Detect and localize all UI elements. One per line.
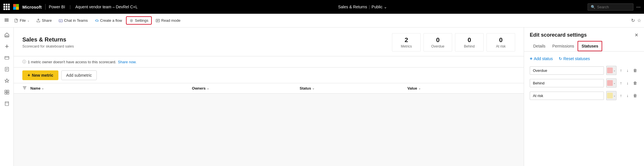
stat-overdue-label: Overdue	[430, 44, 446, 48]
column-header-status[interactable]: Status ⌄	[300, 86, 407, 90]
svg-rect-7	[6, 35, 8, 37]
top-nav: Microsoft Power BI | Aquent vendor team …	[0, 0, 644, 14]
column-header-value[interactable]: Value ⌄	[407, 86, 515, 90]
read-mode-label: Read mode	[161, 18, 180, 23]
stat-at-risk-value: 0	[493, 36, 509, 44]
new-metric-label: New metric	[32, 73, 53, 78]
status-behind-input[interactable]	[530, 79, 604, 87]
main-content: Sales & Returns Scorecard for skateboard…	[14, 27, 524, 166]
read-mode-icon	[156, 19, 160, 23]
stat-metrics: 2 Metrics	[392, 33, 421, 52]
reset-statuses-button[interactable]: ↻ Reset statuses	[559, 56, 590, 61]
right-panel-title: Edit scorecard settings	[530, 32, 587, 38]
sidebar-item-report[interactable]	[2, 64, 12, 74]
at-risk-color-button[interactable]: ⌄	[606, 91, 617, 100]
behind-color-button[interactable]: ⌄	[606, 78, 617, 88]
share-label: Share	[42, 18, 52, 23]
waffle-menu[interactable]	[3, 4, 10, 10]
nav-right: 🔍 ···	[588, 3, 641, 11]
at-risk-move-down-button[interactable]: ↓	[625, 92, 630, 99]
search-icon: 🔍	[591, 5, 595, 9]
stat-behind-value: 0	[461, 36, 478, 44]
stat-behind: 0 Behind	[455, 33, 484, 52]
svg-rect-3	[15, 19, 17, 22]
tab-permissions[interactable]: Permissions	[549, 41, 578, 51]
sidebar-item-book[interactable]	[2, 98, 12, 109]
overdue-move-down-button[interactable]: ↓	[625, 67, 630, 74]
more-options-button[interactable]: ···	[636, 4, 641, 10]
main-layout: Sales & Returns Scorecard for skateboard…	[0, 27, 644, 166]
search-input[interactable]	[597, 5, 626, 9]
tab-statuses[interactable]: Statuses	[578, 41, 602, 51]
add-status-button[interactable]: + Add status	[530, 56, 553, 61]
status-row-at-risk: ⌄ ↑ ↓ 🗑	[530, 91, 638, 100]
refresh-icon[interactable]: ↻	[631, 18, 635, 23]
add-status-label: Add status	[534, 56, 553, 61]
chat-in-teams-label: Chat in Teams	[64, 18, 88, 23]
file-button[interactable]: File ⌄	[11, 17, 32, 24]
overdue-color-button[interactable]: ⌄	[606, 66, 617, 75]
read-mode-button[interactable]: Read mode	[153, 17, 183, 24]
search-box[interactable]: 🔍	[588, 3, 633, 11]
add-submetric-button[interactable]: Add submetric	[61, 70, 96, 80]
at-risk-delete-button[interactable]: 🗑	[632, 92, 638, 99]
add-submetric-label: Add submetric	[66, 73, 92, 78]
sidebar-toggle-button[interactable]	[3, 16, 10, 25]
scorecard-stats: 2 Metrics 0 Overdue 0 Behind 0 At risk	[389, 33, 515, 52]
stat-at-risk-label: At risk	[493, 44, 509, 48]
info-message: 1 metric owner doesn't have access to th…	[28, 60, 116, 64]
status-overdue-input[interactable]	[530, 66, 604, 75]
favorite-icon[interactable]: ☆	[637, 18, 641, 23]
status-row-overdue: ⌄ ↑ ↓ 🗑	[530, 66, 638, 75]
behind-move-up-button[interactable]: ↑	[619, 80, 623, 86]
visibility-button[interactable]: Public ⌄	[372, 5, 387, 9]
create-a-flow-button[interactable]: Create a flow	[92, 17, 125, 24]
close-panel-button[interactable]: ✕	[635, 32, 638, 38]
chat-in-teams-button[interactable]: Chat in Teams	[56, 17, 91, 24]
settings-button[interactable]: Settings	[126, 16, 152, 25]
svg-rect-0	[5, 19, 9, 19]
behind-move-down-button[interactable]: ↓	[625, 80, 630, 86]
right-panel-header: Edit scorecard settings ✕	[524, 27, 644, 38]
overdue-move-up-button[interactable]: ↑	[619, 67, 623, 74]
left-sidebar	[0, 27, 14, 166]
report-title: Sales & Returns	[338, 5, 367, 9]
sidebar-item-home[interactable]	[2, 30, 12, 40]
report-divider: |	[369, 5, 370, 9]
behind-color-chevron-icon: ⌄	[613, 82, 616, 84]
toolbar: File ⌄ Share Chat in Teams Create a flow…	[0, 14, 644, 27]
stat-metrics-label: Metrics	[398, 44, 415, 48]
stat-overdue: 0 Overdue	[424, 33, 452, 52]
filter-icon[interactable]	[22, 86, 27, 91]
column-value-label: Value	[407, 86, 417, 90]
app-name: Power BI	[49, 5, 65, 9]
sidebar-item-add[interactable]	[2, 41, 12, 52]
svg-rect-13	[7, 92, 9, 94]
status-at-risk-input[interactable]	[530, 92, 604, 100]
at-risk-move-up-button[interactable]: ↑	[619, 92, 623, 99]
share-now-link[interactable]: Share now.	[118, 60, 137, 64]
visibility-label: Public	[372, 5, 383, 9]
column-header-name[interactable]: Name ⌄	[30, 86, 192, 90]
tab-details[interactable]: Details	[530, 41, 549, 51]
waffle-icon	[3, 4, 10, 10]
behind-delete-button[interactable]: 🗑	[632, 80, 638, 86]
at-risk-swatch	[607, 93, 613, 98]
svg-rect-2	[5, 21, 9, 21]
reset-icon: ↻	[559, 56, 562, 61]
panel-actions: + Add status ↻ Reset statuses	[530, 56, 638, 61]
new-metric-button[interactable]: + New metric	[22, 70, 58, 80]
info-icon: ⓘ	[22, 59, 26, 64]
brand-name: Microsoft	[22, 5, 42, 9]
sidebar-item-scorecard[interactable]	[2, 76, 12, 86]
nav-center: Sales & Returns | Public ⌄	[141, 5, 584, 9]
panel-body: + Add status ↻ Reset statuses ⌄ ↑ ↓ 🗑	[524, 52, 644, 166]
share-button[interactable]: Share	[34, 17, 55, 24]
sidebar-item-grid[interactable]	[2, 87, 12, 97]
sidebar-item-browse[interactable]	[2, 53, 12, 63]
column-header-owners[interactable]: Owners ⌄	[192, 86, 300, 90]
column-name-sort-icon: ⌄	[42, 87, 44, 90]
overdue-delete-button[interactable]: 🗑	[632, 67, 638, 74]
file-chevron-icon: ⌄	[27, 19, 29, 22]
scorecard-title-area: Sales & Returns Scorecard for skateboard…	[22, 36, 389, 48]
